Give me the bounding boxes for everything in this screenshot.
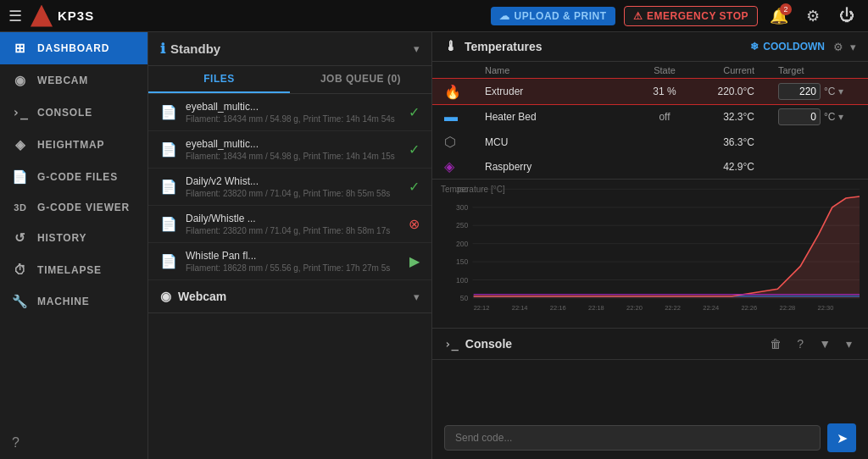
upload-label: UPLOAD & PRINT	[515, 10, 607, 22]
sidebar-label-gcode-files: G-CODE FILES	[37, 171, 118, 183]
sidebar-item-timelapse[interactable]: ⏱ TIMELAPSE	[0, 254, 147, 285]
temp-name: Raspberry	[473, 154, 631, 179]
standby-chevron-icon[interactable]: ▾	[414, 42, 420, 55]
col-target: Target	[766, 62, 868, 79]
sidebar-item-heightmap[interactable]: ◈ HEIGHTMAP	[0, 129, 147, 161]
svg-marker-24	[474, 196, 860, 298]
temp-state: 31 %	[631, 79, 698, 104]
file-status-icon: ▶	[409, 253, 420, 269]
file-name: Daily/v2 Whist...	[186, 175, 400, 187]
webcam-section: ◉ Webcam ▾	[148, 280, 431, 313]
upload-print-button[interactable]: ☁ UPLOAD & PRINT	[491, 7, 615, 25]
temp-state: off	[631, 104, 698, 130]
temp-dropdown-icon[interactable]: ▾	[838, 111, 843, 123]
webcam-chevron-icon[interactable]: ▾	[414, 290, 420, 303]
temp-target-input[interactable]	[778, 83, 821, 100]
cooldown-button[interactable]: ❄ COOLDOWN	[750, 41, 825, 53]
file-name: eyeball_multic...	[186, 138, 400, 150]
temp-current: 36.3°C	[698, 130, 766, 154]
emergency-icon: ⚠	[633, 10, 643, 22]
camera-icon: ◉	[12, 73, 29, 88]
settings-button[interactable]: ⚙	[800, 3, 826, 29]
svg-text:22:14: 22:14	[512, 304, 528, 312]
temp-target	[766, 154, 868, 179]
list-item[interactable]: 📄 Daily/Whistle ... Filament: 23820 mm /…	[148, 206, 431, 243]
console-input[interactable]	[444, 425, 821, 451]
list-item[interactable]: 📄 Daily/v2 Whist... Filament: 23820 mm /…	[148, 169, 431, 206]
temp-dropdown-icon[interactable]: ▾	[838, 86, 843, 97]
temp-row: ▬ Heater Bed off 32.3°C °C ▾	[432, 104, 868, 130]
svg-text:22:22: 22:22	[665, 304, 681, 312]
main-layout: ⊞ DASHBOARD ◉ WEBCAM ›_ CONSOLE ◈ HEIGHT…	[0, 32, 868, 459]
list-item[interactable]: 📄 Whistle Pan fl... Filament: 18628 mm /…	[148, 243, 431, 280]
list-item[interactable]: 📄 eyeball_multic... Filament: 18434 mm /…	[148, 94, 431, 131]
help-button[interactable]: ?	[12, 435, 19, 451]
sidebar: ⊞ DASHBOARD ◉ WEBCAM ›_ CONSOLE ◈ HEIGHT…	[0, 32, 148, 459]
power-button[interactable]: ⏻	[834, 3, 860, 29]
temp-target	[766, 130, 868, 154]
console-header: ›_ Console 🗑 ? ▼ ▾	[432, 329, 868, 360]
menu-icon[interactable]: ☰	[8, 7, 22, 25]
console-trash-icon[interactable]: 🗑	[765, 335, 786, 352]
svg-text:250: 250	[456, 221, 469, 230]
temp-target-input[interactable]	[778, 108, 821, 125]
file-info: Daily/Whistle ... Filament: 23820 mm / 7…	[186, 213, 400, 235]
svg-text:22:26: 22:26	[741, 304, 757, 312]
svg-text:100: 100	[456, 276, 469, 285]
sidebar-item-machine[interactable]: 🔧 MACHINE	[0, 285, 147, 318]
col-name: Name	[473, 62, 631, 79]
emergency-stop-button[interactable]: ⚠ EMERGENCY STOP	[624, 6, 758, 26]
console-chevron-icon[interactable]: ▾	[842, 335, 856, 352]
file-meta: Filament: 18434 mm / 54.98 g, Print Time…	[186, 114, 400, 124]
temp-row: ◈ Raspberry 42.9°C	[432, 154, 868, 179]
temp-chart-container: Temperature [°C] 350 300 250 200 150 100…	[432, 180, 868, 328]
sidebar-item-gcode-viewer[interactable]: 3D G-CODE VIEWER	[0, 193, 147, 222]
temp-current: 220.0°C	[698, 79, 766, 104]
temp-name: MCU	[473, 130, 631, 154]
file-status-icon: ✓	[409, 141, 420, 158]
svg-text:22:24: 22:24	[703, 304, 719, 312]
temp-name: Heater Bed	[473, 104, 631, 130]
sidebar-item-webcam[interactable]: ◉ WEBCAM	[0, 64, 147, 97]
sidebar-item-dashboard[interactable]: ⊞ DASHBOARD	[0, 32, 147, 64]
history-icon: ↺	[12, 230, 29, 246]
topbar: ☰ KP3S ☁ UPLOAD & PRINT ⚠ EMERGENCY STOP…	[0, 0, 868, 32]
svg-text:300: 300	[456, 203, 469, 212]
file-doc-icon: 📄	[160, 141, 177, 158]
tab-files[interactable]: FILES	[148, 66, 290, 93]
console-help-icon[interactable]: ?	[793, 335, 808, 352]
wrench-icon: 🔧	[12, 294, 29, 309]
grid-icon: ⊞	[12, 41, 29, 56]
temperatures-section: 🌡 Temperatures ❄ COOLDOWN ⚙ ▾ Name State…	[432, 32, 868, 180]
tab-job-queue[interactable]: JOB QUEUE (0)	[290, 66, 431, 93]
list-item[interactable]: 📄 eyeball_multic... Filament: 18434 mm /…	[148, 131, 431, 169]
notification-button[interactable]: 🔔 2	[766, 3, 792, 29]
temp-header: 🌡 Temperatures ❄ COOLDOWN ⚙ ▾	[432, 32, 868, 62]
console-filter-icon[interactable]: ▼	[815, 335, 835, 352]
temp-title: 🌡 Temperatures	[444, 39, 750, 54]
svg-text:200: 200	[456, 240, 469, 248]
logo: KP3S	[31, 5, 94, 27]
sidebar-label-gcode-viewer: G-CODE VIEWER	[37, 202, 130, 213]
temp-name: Extruder	[473, 79, 631, 104]
console-send-button[interactable]: ➤	[827, 423, 856, 452]
file-meta: Filament: 23820 mm / 71.04 g, Print Time…	[186, 226, 400, 235]
temp-chevron-icon[interactable]: ▾	[850, 41, 856, 53]
sidebar-label-dashboard: DASHBOARD	[37, 42, 109, 54]
webcam-title: ◉ Webcam	[160, 289, 226, 304]
right-panel: 🌡 Temperatures ❄ COOLDOWN ⚙ ▾ Name State…	[432, 32, 868, 459]
temp-settings-icon[interactable]: ⚙	[833, 41, 843, 53]
temp-row: ⬡ MCU 36.3°C	[432, 130, 868, 154]
chart-y-label: Temperature [°C]	[441, 185, 505, 194]
file-meta: Filament: 23820 mm / 71.04 g, Print Time…	[186, 189, 400, 198]
temp-target: °C ▾	[766, 104, 868, 130]
sidebar-item-history[interactable]: ↺ HISTORY	[0, 222, 147, 254]
temp-unit: °C	[824, 111, 835, 123]
3d-icon: 3D	[12, 202, 29, 213]
sidebar-item-console[interactable]: ›_ CONSOLE	[0, 97, 147, 129]
middle-panel: ℹ Standby ▾ FILES JOB QUEUE (0) 📄 eyebal…	[148, 32, 432, 459]
temp-table: Name State Current Target 🔥 Extruder 31 …	[432, 62, 868, 179]
sidebar-item-gcode-files[interactable]: 📄 G-CODE FILES	[0, 161, 147, 193]
svg-text:22:20: 22:20	[626, 304, 643, 312]
svg-text:22:16: 22:16	[550, 304, 566, 312]
